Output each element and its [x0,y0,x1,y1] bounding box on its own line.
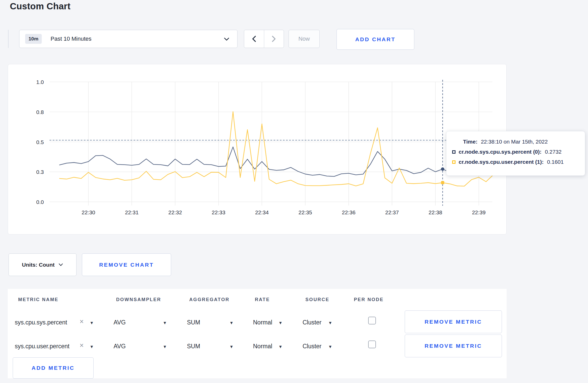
svg-text:22:33: 22:33 [212,209,226,215]
close-icon[interactable]: × [80,342,84,349]
sys-series-swatch-icon [452,150,456,154]
tooltip-user-value: 0.1601 [547,159,564,165]
tooltip-sys-label: cr.node.sys.cpu.sys.percent (0): [459,149,542,155]
col-header-metric-name: METRIC NAME [18,297,59,302]
tooltip-time-label: Time: [463,139,478,145]
remove-chart-button[interactable]: REMOVE CHART [82,253,171,276]
tooltip-time-row: Time:22:38:10 on Mar 15th, 2022 [463,139,585,145]
svg-text:22:39: 22:39 [472,209,486,215]
svg-text:0.5: 0.5 [36,139,44,145]
source-select[interactable]: Cluster [303,319,321,326]
svg-text:0.0: 0.0 [36,199,44,205]
tooltip-time-value: 22:38:10 on Mar 15th, 2022 [481,139,548,145]
time-range-badge: 10m [25,34,42,44]
col-header-source: SOURCE [305,297,330,302]
svg-text:0.8: 0.8 [36,109,44,115]
source-select[interactable]: Cluster [303,343,321,350]
toolbar-divider [8,30,9,48]
next-range-button[interactable] [264,30,284,48]
svg-text:22:35: 22:35 [298,209,312,215]
col-header-aggregator: AGGREGATOR [189,297,229,302]
caret-down-icon: ▾ [230,320,233,326]
tooltip-user-label: cr.node.sys.cpu.user.percent (1): [459,159,544,165]
caret-down-icon: ▾ [90,344,93,350]
svg-text:22:31: 22:31 [125,209,139,215]
rate-select[interactable]: Normal [253,319,272,326]
caret-down-icon: ▾ [164,320,166,326]
svg-text:22:32: 22:32 [168,209,182,215]
caret-down-icon: ▾ [164,344,166,350]
aggregator-select[interactable]: SUM [187,319,200,326]
remove-metric-button[interactable]: REMOVE METRIC [405,335,502,357]
time-range-label: Past 10 Minutes [51,36,92,42]
metric-name-select[interactable]: sys.cpu.sys.percent [15,319,67,326]
metric-name-select[interactable]: sys.cpu.user.percent [15,343,69,350]
downsampler-select[interactable]: AVG [114,343,126,350]
time-range-select[interactable]: 10m Past 10 Minutes [19,30,237,48]
chevron-down-icon [224,37,229,41]
chevron-right-icon [272,36,276,42]
col-header-per-node: PER NODE [354,297,384,302]
user-series-swatch-icon [452,160,456,164]
add-metric-button[interactable]: ADD METRIC [13,357,94,379]
svg-text:0.3: 0.3 [36,169,44,175]
tooltip-series-row: cr.node.sys.cpu.sys.percent (0): 0.2732 [452,149,585,155]
rate-select[interactable]: Normal [253,343,272,350]
svg-text:1.0: 1.0 [36,79,44,85]
chart-panel: 0.00.30.50.81.022:3022:3122:3222:3322:34… [8,64,507,235]
col-header-rate: RATE [255,297,270,302]
aggregator-select[interactable]: SUM [187,343,200,350]
cpu-usage-chart[interactable]: 0.00.30.50.81.022:3022:3122:3222:3322:34… [8,64,507,235]
chart-tooltip: Time:22:38:10 on Mar 15th, 2022 cr.node.… [446,131,585,176]
time-pager [244,30,284,48]
tooltip-sys-value: 0.2732 [545,149,562,155]
caret-down-icon: ▾ [279,344,282,350]
chevron-left-icon [252,36,256,42]
caret-down-icon: ▾ [329,344,332,350]
per-node-checkbox[interactable] [368,341,376,348]
svg-text:22:36: 22:36 [342,209,356,215]
caret-down-icon: ▾ [230,344,233,350]
per-node-checkbox[interactable] [368,317,376,324]
custom-chart-page: Custom Chart 10m Past 10 Minutes Now ADD… [0,0,588,383]
close-icon[interactable]: × [80,318,84,325]
svg-text:22:38: 22:38 [429,209,442,215]
svg-text:22:37: 22:37 [385,209,399,215]
chevron-down-icon [59,263,63,266]
caret-down-icon: ▾ [279,320,282,326]
units-select[interactable]: Units: Count [9,253,76,276]
downsampler-select[interactable]: AVG [114,319,126,326]
units-label: Units: Count [22,262,55,268]
caret-down-icon: ▾ [90,320,93,326]
prev-range-button[interactable] [244,30,264,48]
col-header-downsampler: DOWNSAMPLER [116,297,161,302]
tooltip-series-row: cr.node.sys.cpu.user.percent (1): 0.1601 [452,159,585,165]
page-title: Custom Chart [10,1,71,11]
now-button[interactable]: Now [289,30,320,48]
remove-metric-button[interactable]: REMOVE METRIC [405,310,502,333]
svg-text:22:34: 22:34 [255,209,269,215]
caret-down-icon: ▾ [329,320,332,326]
svg-text:22:30: 22:30 [82,209,95,215]
add-chart-button[interactable]: ADD CHART [337,29,414,50]
